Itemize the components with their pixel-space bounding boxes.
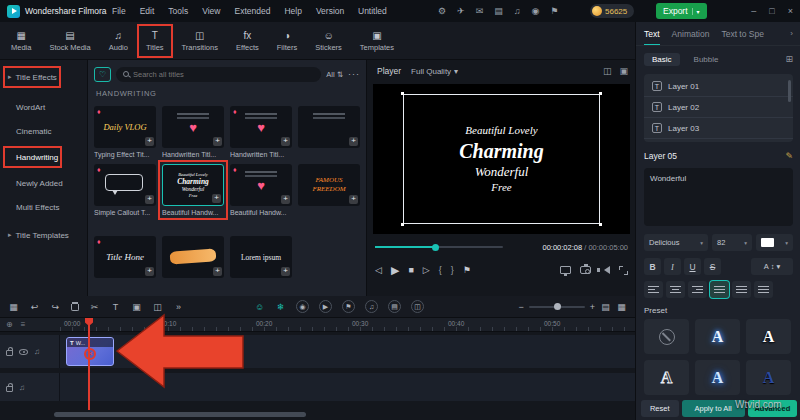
template-thumbnail[interactable]: ♦ ♥ +	[230, 164, 292, 206]
subtab-bubble[interactable]: Bubble	[686, 53, 727, 66]
font-color-dropdown[interactable]: ▾	[756, 234, 793, 251]
template-thumbnail[interactable]: Lorem ipsum +	[230, 236, 292, 278]
fullscreen-icon[interactable]	[619, 266, 628, 275]
speed-icon[interactable]: ◫	[152, 302, 163, 312]
zoom-slider-handle[interactable]	[554, 303, 561, 310]
align-center-button[interactable]	[666, 281, 685, 298]
play-button[interactable]: ▶	[391, 264, 399, 277]
title-template-card-selected[interactable]: Beautiful Lovely Charming Wonderful Free…	[162, 164, 224, 218]
zoom-slider[interactable]	[529, 306, 585, 308]
split-view-icon[interactable]: ◫	[603, 66, 612, 76]
toggle-visibility-icon[interactable]	[19, 349, 28, 355]
mark-in-icon[interactable]: {	[439, 265, 442, 275]
preset-style-navy[interactable]: A	[746, 360, 791, 395]
template-thumbnail[interactable]: ♦ Daily VLOG +	[94, 106, 156, 148]
export-chevron-down-icon[interactable]: ▾	[692, 8, 700, 15]
notification-icon[interactable]: ⚑	[550, 6, 558, 16]
align-left-button[interactable]	[644, 281, 663, 298]
preset-style-bright[interactable]: A	[695, 360, 740, 395]
add-to-timeline-button[interactable]: +	[213, 267, 222, 276]
music-icon[interactable]: ♫	[514, 6, 521, 16]
snapshot-camera-icon[interactable]	[580, 266, 591, 274]
sidebar-item-wordart[interactable]: WordArt	[0, 98, 53, 116]
split-scissors-icon[interactable]: ✂	[89, 302, 100, 312]
next-frame-button[interactable]: ▷	[423, 265, 430, 275]
title-template-card[interactable]: +	[162, 236, 224, 290]
render-icon[interactable]: ▶	[319, 300, 332, 313]
add-to-timeline-button[interactable]: +	[212, 194, 221, 203]
zoom-in-icon[interactable]: +	[590, 302, 595, 312]
settings-icon[interactable]: ⚙	[438, 6, 446, 16]
tab-filters[interactable]: ◑ Filters	[268, 22, 306, 60]
stop-button[interactable]: ■	[408, 265, 413, 275]
sidebar-item-multi-effects[interactable]: Multi Effects	[0, 198, 67, 216]
text-spacing-dropdown[interactable]: A ↕ ▾	[751, 258, 793, 275]
add-text-icon[interactable]: T	[110, 302, 121, 312]
speaker-icon[interactable]	[604, 266, 610, 274]
tab-text[interactable]: Text	[644, 29, 660, 39]
title-template-card[interactable]: ♥ + Handwritten Titl...	[162, 106, 224, 160]
playhead[interactable]	[88, 318, 90, 410]
layout-grid-icon[interactable]: ▦	[8, 302, 19, 312]
add-to-timeline-button[interactable]: +	[281, 137, 290, 146]
more-options-button[interactable]: ···	[348, 69, 360, 79]
title-template-card[interactable]: ♦ ♥ + Beautiful Handw...	[230, 164, 292, 218]
reset-button[interactable]: Reset	[641, 400, 679, 417]
mute-track-icon[interactable]: ♫	[34, 347, 40, 356]
tab-effects[interactable]: fx Effects	[227, 22, 268, 60]
message-icon[interactable]: ✉	[476, 6, 484, 16]
seek-bar[interactable]	[375, 246, 503, 248]
tabs-overflow-arrow-icon[interactable]: ›	[790, 29, 793, 38]
tab-templates[interactable]: ▣ Templates	[351, 22, 403, 60]
text-content-field[interactable]: Wonderful	[644, 168, 793, 226]
close-button[interactable]: ×	[788, 6, 793, 16]
add-to-timeline-button[interactable]: +	[145, 267, 154, 276]
template-thumbnail[interactable]: ♦ Title Hone +	[94, 236, 156, 278]
marker-flag-icon[interactable]: ⚑	[463, 265, 471, 275]
maximize-button[interactable]: □	[769, 6, 774, 16]
align-justify-button[interactable]	[710, 281, 729, 298]
add-to-timeline-button[interactable]: +	[281, 267, 290, 276]
sidebar-item-newly-added[interactable]: Newly Added	[0, 174, 71, 192]
title-template-card[interactable]: ♦ ♥ + Handwritten Titl...	[230, 106, 292, 160]
fit-timeline-icon[interactable]: ▤	[600, 302, 611, 312]
menu-version[interactable]: Version	[316, 6, 344, 16]
menu-file[interactable]: File	[112, 6, 126, 16]
split-screen-icon[interactable]: ◫	[411, 300, 424, 313]
layer-item-01[interactable]: T Layer 01	[644, 76, 793, 97]
menu-tools[interactable]: Tools	[168, 6, 188, 16]
tab-media[interactable]: ▦ Media	[2, 22, 40, 60]
zoom-out-icon[interactable]: −	[518, 302, 523, 312]
smiley-tool-icon[interactable]: ☺	[254, 302, 265, 312]
add-to-timeline-button[interactable]: +	[349, 195, 358, 204]
quality-dropdown[interactable]: Full Quality ▾	[411, 67, 458, 76]
tab-animation[interactable]: Animation	[672, 29, 710, 39]
sidebar-item-title-templates[interactable]: ▸ Title Templates	[0, 226, 77, 244]
filter-all-dropdown[interactable]: All ⇅	[326, 70, 343, 79]
title-template-card[interactable]: ♦ + Simple Callout T...	[94, 164, 156, 218]
voiceover-mic-icon[interactable]: ♫	[365, 300, 378, 313]
previous-frame-button[interactable]: ◁	[375, 265, 382, 275]
menu-edit[interactable]: Edit	[140, 6, 155, 16]
lock-track-icon[interactable]	[6, 350, 13, 356]
vertical-align-top-button[interactable]	[732, 281, 751, 298]
font-family-dropdown[interactable]: Delicious ▾	[644, 234, 708, 251]
tab-stock-media[interactable]: ▤ Stock Media	[40, 22, 99, 60]
seek-handle[interactable]	[432, 244, 439, 251]
tab-titles[interactable]: T Titles	[137, 22, 173, 60]
preset-style-outline[interactable]: A	[644, 360, 689, 395]
layers-scrollbar[interactable]	[788, 80, 791, 102]
timeline-scrollbar[interactable]	[54, 412, 306, 417]
track-menu-icon[interactable]: ≡	[21, 320, 26, 329]
title-clip[interactable]: T W... ×	[66, 337, 114, 366]
lock-track-icon[interactable]	[6, 386, 13, 392]
preset-style-glow[interactable]: A	[695, 319, 740, 354]
preset-style-shadow[interactable]: A	[746, 319, 791, 354]
template-thumbnail[interactable]: ♦ +	[94, 164, 156, 206]
add-track-icon[interactable]: ⊕	[6, 320, 13, 329]
share-icon[interactable]: ✈	[457, 6, 465, 16]
collection-icon[interactable]: ♡	[94, 67, 111, 82]
strikethrough-button[interactable]: S	[704, 258, 721, 275]
audio-track[interactable]: ♫	[0, 373, 635, 401]
title-template-card[interactable]: +	[298, 106, 360, 160]
